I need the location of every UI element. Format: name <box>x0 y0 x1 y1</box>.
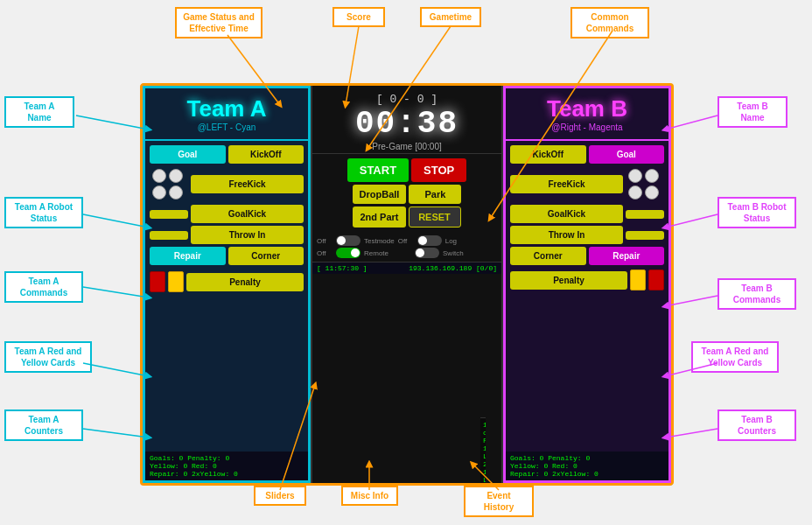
endpart-button[interactable]: 2nd Part <box>353 206 405 228</box>
team-a-name: Team A <box>150 95 304 122</box>
team-a-counters: Goals: 0 Penalty: 0 Yellow: 0 Red: 0 Rep… <box>145 452 308 480</box>
team-b-row4: Throw In <box>510 226 664 244</box>
team-b-spacer2 <box>626 231 664 240</box>
team-b-name-annotation: Team B Name <box>718 96 788 128</box>
team-b-row1: KickOff Goal <box>510 145 664 164</box>
team-a-penalty-row: Penalty <box>145 271 308 292</box>
team-a-penalty-btn[interactable]: Penalty <box>186 273 304 291</box>
svg-line-4 <box>83 429 149 438</box>
start-button[interactable]: START <box>347 158 409 182</box>
team-a-robot-annotation: Team A Robot Status <box>4 197 83 228</box>
stop-button[interactable]: STOP <box>411 158 466 182</box>
park-button[interactable]: Park <box>409 185 461 204</box>
team-b-freekick-btn[interactable]: FreeKick <box>510 175 623 193</box>
off-label-3: Off <box>317 249 332 257</box>
team-b-cards-annotation: Team A Red and Yellow Cards <box>691 341 779 373</box>
robot-dot-b1 <box>628 169 642 183</box>
team-a-row5: Repair Corner <box>150 247 304 265</box>
remote-knob <box>351 248 360 257</box>
team-b-counters: Goals: 0 Penalty: 0 Yellow: 0 Red: 0 Rep… <box>506 452 668 480</box>
event-history-annotation: Event History <box>464 486 534 517</box>
team-b-section: Team B @Right - Magenta KickOff Goal Fre… <box>503 86 671 483</box>
dropball-park-row: DropBall Park <box>317 185 497 204</box>
team-a-freekick-btn[interactable]: FreeKick <box>191 175 304 193</box>
team-a-header: Team A @LEFT - Cyan <box>145 88 308 141</box>
log-knob <box>418 236 427 245</box>
robot-dot-1 <box>152 169 166 183</box>
sliders-area: Off Testmode Off Log Off Re <box>312 232 501 262</box>
switch-label: Switch <box>443 249 464 257</box>
common-commands-annotation: Common Commands <box>570 7 649 38</box>
team-a-robot-status <box>150 166 188 202</box>
switch-toggle[interactable] <box>415 248 439 258</box>
game-status-annotation: Game Status and Effective Time <box>175 7 262 38</box>
off-label-2: Off <box>398 237 414 245</box>
team-b-goalkick-btn[interactable]: GoalKick <box>510 205 623 223</box>
remote-toggle[interactable] <box>336 248 360 258</box>
main-panel: Team A @LEFT - Cyan Goal KickOff <box>140 83 674 486</box>
testmode-knob <box>337 236 346 245</box>
team-b-penalty-btn[interactable]: Penalty <box>510 271 627 290</box>
testmode-toggle[interactable] <box>336 235 360 246</box>
team-a-throwin-btn[interactable]: Throw In <box>191 226 304 244</box>
log-label: Log <box>445 237 461 245</box>
team-b-name: Team B <box>510 95 664 122</box>
team-b-robot-annotation: Team B Robot Status <box>718 197 796 228</box>
score-annotation: Score <box>332 7 385 27</box>
status-bar: [ 11:57:30 ] 193.136.169.189 [0/0] <box>312 262 501 274</box>
dropball-button[interactable]: DropBall <box>353 185 407 204</box>
team-a-repair-btn[interactable]: Repair <box>150 247 226 265</box>
team-a-buttons: Goal KickOff FreeKick <box>145 141 308 270</box>
remote-row: Off Remote Switch <box>317 248 497 258</box>
ip-display: 193.136.169.189 [0/0] <box>409 264 497 272</box>
team-a-yellow-card <box>168 271 184 292</box>
team-a-spacer2 <box>150 231 188 240</box>
team-b-counters-annotation: Team B Counters <box>718 410 796 441</box>
team-b-spacer <box>626 210 664 219</box>
team-a-section: Team A @LEFT - Cyan Goal KickOff <box>143 86 311 483</box>
pregame-label: Pre-Game [00:00] <box>317 142 497 151</box>
center-section: [ 0 - 0 ] 00:38 Pre-Game [00:00] START S… <box>311 86 503 483</box>
team-a-row2: FreeKick <box>150 166 304 202</box>
team-b-subtitle: @Right - Magenta <box>510 122 664 132</box>
team-a-name-annotation: Team A Name <box>4 96 74 128</box>
team-b-kickoff-btn[interactable]: KickOff <box>510 145 586 164</box>
team-b-row2: FreeKick <box>510 166 664 202</box>
reset-button[interactable]: RESET <box>409 206 461 228</box>
team-b-commands-annotation: Team B Commands <box>718 278 796 310</box>
event-log: 11:56:51 config.txt Found 11:56:51 LogFi… <box>480 417 486 483</box>
score-area: [ 0 - 0 ] 00:38 Pre-Game [00:00] <box>312 86 501 154</box>
start-stop-row: START STOP <box>317 158 497 182</box>
robot-dot-4 <box>169 186 183 200</box>
robot-dot-3 <box>152 186 166 200</box>
svg-line-0 <box>76 116 149 130</box>
team-a-subtitle: @LEFT - Cyan <box>150 122 304 132</box>
team-b-goal-btn[interactable]: Goal <box>589 145 665 164</box>
svg-line-3 <box>83 363 149 376</box>
team-a-goalkick-btn[interactable]: GoalKick <box>191 205 304 223</box>
testmode-row: Off Testmode Off Log <box>317 235 497 246</box>
endpart-reset-row: 2nd Part RESET <box>317 206 497 228</box>
team-a-goal-btn[interactable]: Goal <box>150 145 226 164</box>
sliders-annotation: Sliders <box>254 486 306 506</box>
off-label-1: Off <box>317 237 332 245</box>
robot-dot-2 <box>169 169 183 183</box>
team-a-row1: Goal KickOff <box>150 145 304 164</box>
robot-dot-b2 <box>645 169 659 183</box>
team-a-commands-annotation: Team A Commands <box>4 271 83 303</box>
team-b-repair-btn[interactable]: Repair <box>589 247 665 265</box>
team-b-yellow-card <box>630 270 646 290</box>
team-a-spacer <box>150 210 188 219</box>
team-a-cards-annotation: Team A Red and Yellow Cards <box>4 341 92 373</box>
team-b-throwin-btn[interactable]: Throw In <box>510 226 623 244</box>
misc-info-annotation: Misc Info <box>341 486 398 506</box>
team-a-corner-btn[interactable]: Corner <box>228 247 304 265</box>
svg-line-2 <box>83 287 149 298</box>
log-toggle[interactable] <box>417 235 442 246</box>
team-b-corner-btn[interactable]: Corner <box>510 247 586 265</box>
team-b-row5: Corner Repair <box>510 247 664 265</box>
team-b-buttons: KickOff Goal FreeKick GoalKick <box>506 141 668 270</box>
score-bracket: [ 0 - 0 ] <box>317 93 497 106</box>
switch-knob <box>416 248 424 257</box>
team-a-kickoff-btn[interactable]: KickOff <box>228 145 304 164</box>
